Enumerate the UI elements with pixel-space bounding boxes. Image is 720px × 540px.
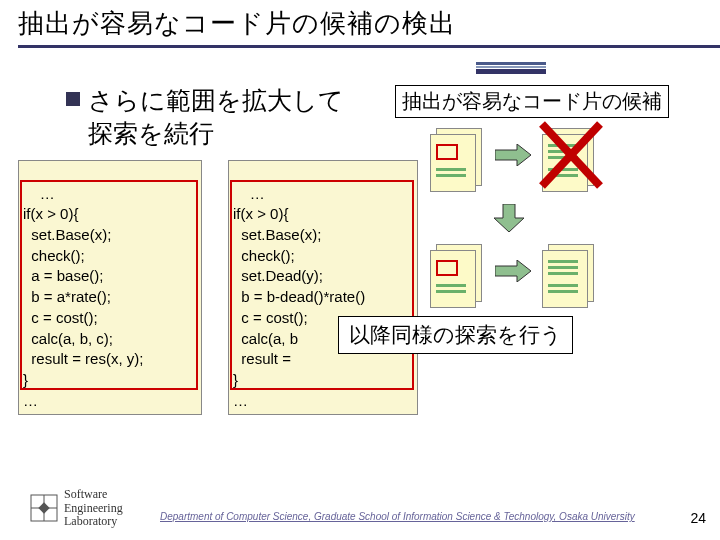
svg-marker-0 xyxy=(495,144,531,166)
svg-marker-3 xyxy=(494,204,524,232)
slide: 抽出が容易なコード片の候補の検出 さらに範囲を拡大して 探索を続行 抽出が容易な… xyxy=(0,0,720,540)
arrow-right-icon xyxy=(495,144,531,166)
doc-highlight-icon xyxy=(436,260,458,276)
bullet-icon xyxy=(66,92,80,106)
doc-icon-src1 xyxy=(428,122,486,192)
arrow-down-icon xyxy=(494,204,524,232)
logo-icon xyxy=(30,494,58,522)
svg-rect-8 xyxy=(38,503,49,514)
footer-logo: Software Engineering Laboratory xyxy=(30,488,123,528)
cross-icon xyxy=(536,116,606,194)
doc-icon-dst2 xyxy=(540,238,598,308)
doc-icon-src2 xyxy=(428,238,486,308)
accent-bars xyxy=(476,62,546,74)
page-number: 24 xyxy=(690,510,706,526)
svg-marker-4 xyxy=(495,260,531,282)
bullet-text: さらに範囲を拡大して 探索を続行 xyxy=(88,84,344,149)
slide-title: 抽出が容易なコード片の候補の検出 xyxy=(18,6,702,41)
code-panel-right: … if(x > 0){ set.Base(x); check(); set.D… xyxy=(228,160,418,415)
candidate-label: 抽出が容易なコード片の候補 xyxy=(395,85,669,118)
continue-label: 以降同様の探索を行う xyxy=(338,316,573,354)
doc-highlight-icon xyxy=(436,144,458,160)
footer-department: Department of Computer Science, Graduate… xyxy=(160,511,670,522)
code-panel-left: … if(x > 0){ set.Base(x); check(); a = b… xyxy=(18,160,202,415)
code-text-right: … if(x > 0){ set.Base(x); check(); set.D… xyxy=(233,185,365,409)
code-text-left: … if(x > 0){ set.Base(x); check(); a = b… xyxy=(23,185,143,409)
arrow-right-icon xyxy=(495,260,531,282)
bullet-item: さらに範囲を拡大して 探索を続行 xyxy=(66,84,344,149)
logo-text: Software Engineering Laboratory xyxy=(64,488,123,528)
title-underline xyxy=(18,45,720,48)
title-bar: 抽出が容易なコード片の候補の検出 xyxy=(0,0,720,56)
